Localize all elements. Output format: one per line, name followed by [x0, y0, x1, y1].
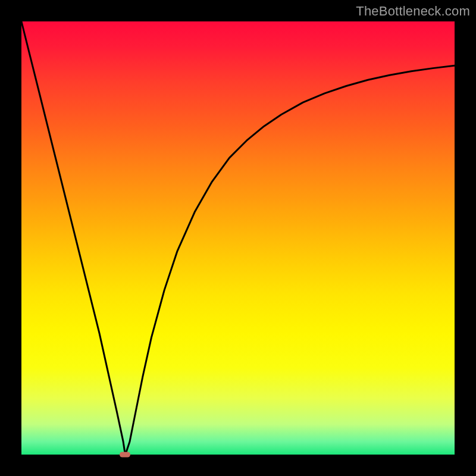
curve-svg [21, 21, 455, 455]
watermark-label: TheBottleneck.com [356, 4, 470, 19]
bottleneck-curve [21, 21, 455, 455]
chart-plot-area [21, 21, 455, 455]
chart-frame: TheBottleneck.com [0, 0, 476, 476]
optimum-marker [120, 452, 130, 458]
